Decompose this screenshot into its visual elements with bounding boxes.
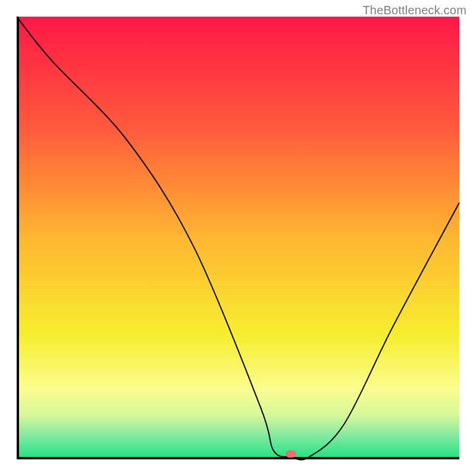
chart-plot-area [17,17,459,459]
bottleneck-curve [17,17,459,459]
watermark-text: TheBottleneck.com [362,4,466,17]
optimal-point-marker [286,450,296,458]
